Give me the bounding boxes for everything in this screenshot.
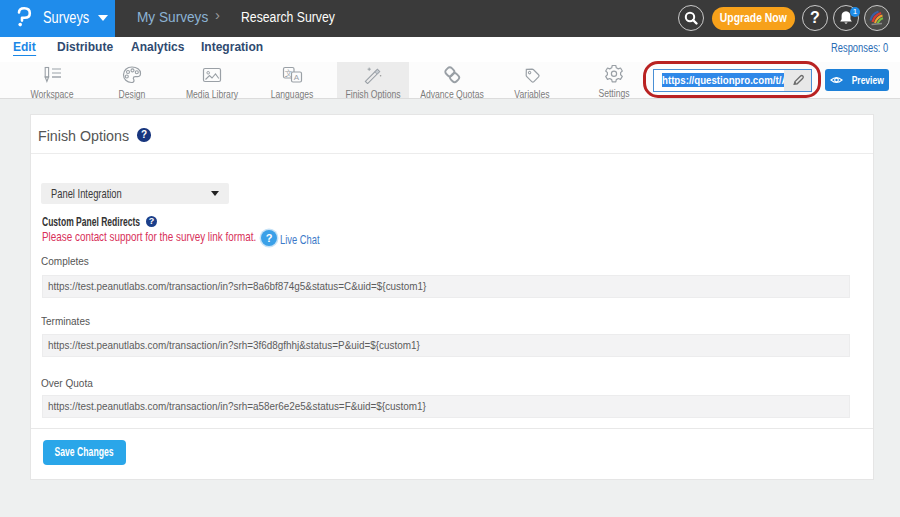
svg-text:A: A: [293, 73, 299, 82]
